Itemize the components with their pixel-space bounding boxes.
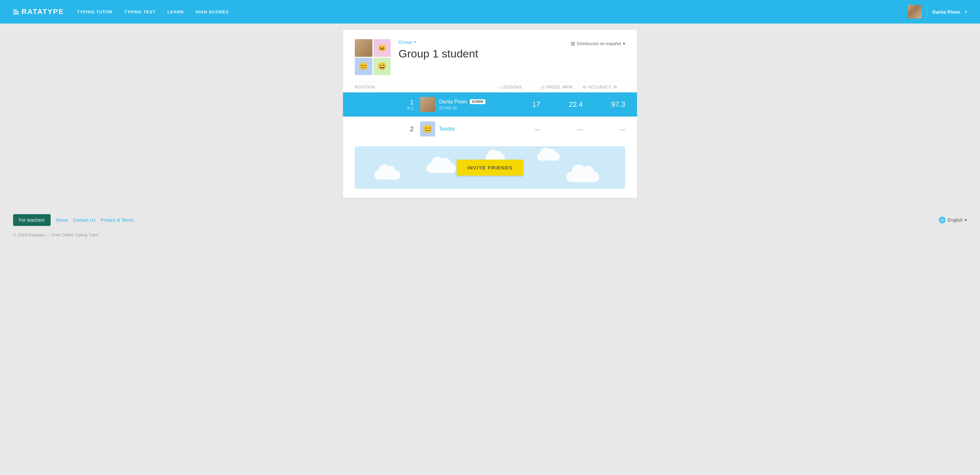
group-label-row: Group ▾ (399, 39, 563, 45)
group-info: Group ▾ Group 1 student (399, 39, 563, 60)
col-speed: ◷ SPEED, WPM (540, 84, 583, 90)
stat-accuracy-2: — (583, 125, 625, 133)
user-divider (927, 7, 927, 16)
user-dropdown-arrow[interactable]: ▾ (965, 10, 967, 14)
avatar-photo (355, 39, 372, 57)
user-cell-date-1: 22 Feb 19 (439, 106, 485, 110)
table-row-highlighted: 1 of 2 Dariia Piven ADMIN 22 Feb 19 17 2… (343, 92, 637, 116)
nav-typing-tutor[interactable]: TYPING TUTOR (77, 10, 113, 14)
about-link[interactable]: About (56, 218, 68, 222)
dash-speed-2: — (577, 126, 583, 133)
avatar-cell-blue: 😊 (355, 58, 372, 75)
distribution-label: Distribución en español (577, 41, 621, 46)
globe-icon: 🌐 (939, 216, 946, 224)
cloud-1 (374, 170, 401, 180)
avatar-image (908, 5, 921, 19)
distribution-icon: ⊞ (571, 40, 575, 47)
col-position: POSITION (355, 85, 420, 89)
user-cell-name-1: Dariia Piven ADMIN (439, 99, 485, 105)
col-accuracy-label: ACCURACY, % (588, 85, 617, 89)
col-speed-label: SPEED, WPM (546, 85, 573, 89)
stat-speed-2: — (540, 125, 583, 133)
col-lessons: ○ LESSONS (498, 84, 540, 90)
stat-speed-1: 22.4 (540, 100, 583, 109)
group-header: 🐱 😊 😄 Group ▾ Group 1 student ⊞ Distribu… (343, 30, 637, 82)
nav-high-scores[interactable]: HIGH SCORES (195, 10, 229, 14)
position-cell-1: 1 of 2 (355, 98, 420, 111)
cloud-2 (426, 163, 456, 173)
table-header: POSITION ○ LESSONS ◷ SPEED, WPM ⟳ ACCURA… (343, 82, 637, 92)
nav-typing-test[interactable]: TYPING TEST (124, 10, 156, 14)
stat-lessons-1: 17 (498, 100, 540, 109)
brand-line-1 (13, 10, 17, 10)
distribution-button[interactable]: ⊞ Distribución en español ▾ (571, 40, 625, 47)
avatar-blue-emoji: 😊 (355, 58, 372, 75)
row-avatar-2: 😊 (420, 121, 435, 137)
avatar-cell-green: 😄 (373, 58, 391, 75)
language-label: English (948, 218, 963, 222)
invite-section: INVITE FRIENDS (355, 146, 625, 189)
distribution-dropdown-arrow: ▾ (623, 41, 625, 46)
avatar-pink-emoji: 🐱 (373, 39, 391, 57)
user-cell-2: 😊 Teodor (420, 121, 498, 137)
brand-line-3 (13, 13, 19, 14)
brand-line-2 (13, 11, 19, 13)
row-avatar-blue-2: 😊 (420, 121, 435, 137)
user-menu[interactable]: Dariia Piven ▾ (908, 5, 967, 19)
col-position-label: POSITION (355, 85, 375, 89)
avatar-cell-photo (355, 39, 372, 57)
language-dropdown-arrow: ▾ (965, 218, 967, 222)
content-card: 🐱 😊 😄 Group ▾ Group 1 student ⊞ Distribu… (343, 30, 637, 198)
for-teachers-button[interactable]: For teachers (13, 214, 51, 226)
position-cell-2: 2 (355, 126, 420, 133)
cloud-4 (566, 172, 599, 182)
contact-link[interactable]: Contact Us (73, 218, 95, 222)
dash-lessons-2: — (535, 126, 540, 133)
group-dropdown-arrow[interactable]: ▾ (414, 40, 416, 44)
accuracy-icon: ⟳ (583, 84, 587, 90)
user-name-text-1[interactable]: Dariia Piven (439, 99, 467, 105)
admin-badge: ADMIN (470, 99, 485, 104)
col-accuracy: ⟳ ACCURACY, % (583, 84, 625, 90)
user-cell-1: Dariia Piven ADMIN 22 Feb 19 (420, 97, 498, 112)
footer-left: For teachers About Contact Us Privacy & … (13, 214, 134, 226)
footer: For teachers About Contact Us Privacy & … (0, 208, 980, 243)
stat-lessons-2: — (498, 125, 540, 133)
navbar-nav: TYPING TUTOR TYPING TEST LEARN HIGH SCOR… (77, 10, 895, 14)
col-lessons-label: LESSONS (502, 85, 522, 89)
position-num-1: 1 (410, 98, 414, 106)
navbar: RATATYPE TYPING TUTOR TYPING TEST LEARN … (0, 0, 980, 24)
nav-learn[interactable]: LEARN (167, 10, 184, 14)
language-selector[interactable]: 🌐 English ▾ (939, 216, 967, 224)
row-avatar-inner-1 (420, 97, 435, 112)
row-avatar-1 (420, 97, 435, 112)
stat-accuracy-1: 97.3 (583, 100, 625, 109)
group-label[interactable]: Group (399, 39, 412, 45)
position-of-1: of 2 (407, 106, 414, 111)
dash-accuracy-2: — (619, 126, 625, 133)
main-wrapper: 🐱 😊 😄 Group ▾ Group 1 student ⊞ Distribu… (0, 24, 980, 208)
brand-lines-icon (13, 10, 19, 14)
group-avatar-grid: 🐱 😊 😄 (355, 39, 391, 75)
user-name: Dariia Piven (932, 9, 960, 15)
group-title: Group 1 student (399, 47, 563, 60)
copyright: © 2019 Ratatype — Free Online Typing Tut… (0, 232, 980, 243)
avatar-green-emoji: 😄 (373, 58, 391, 75)
position-num-2: 2 (410, 126, 414, 133)
lessons-icon: ○ (498, 84, 501, 90)
user-cell-name-2[interactable]: Teodor (439, 126, 455, 132)
invite-friends-button[interactable]: INVITE FRIENDS (457, 160, 523, 176)
user-cell-info-1: Dariia Piven ADMIN 22 Feb 19 (439, 99, 485, 110)
avatar-cell-pink: 🐱 (373, 39, 391, 57)
privacy-link[interactable]: Privacy & Terms (100, 218, 134, 222)
speed-icon: ◷ (540, 84, 544, 90)
user-cell-info-2: Teodor (439, 126, 455, 132)
table-row-normal: 2 😊 Teodor — — — (343, 116, 637, 141)
cloud-3 (537, 153, 560, 160)
brand-name: RATATYPE (22, 8, 64, 16)
brand-logo[interactable]: RATATYPE (13, 8, 64, 16)
avatar (908, 5, 921, 19)
footer-links: For teachers About Contact Us Privacy & … (0, 208, 980, 232)
